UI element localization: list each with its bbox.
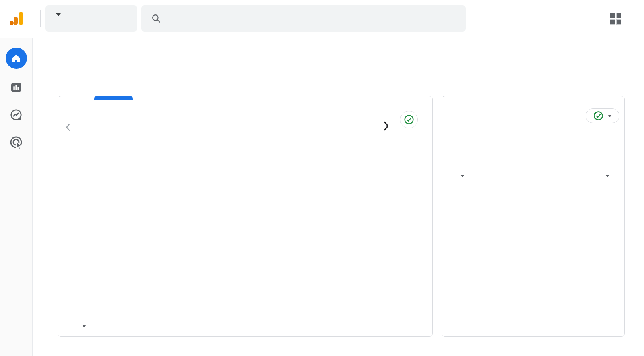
search-icon [151, 13, 161, 24]
google-analytics-logo-icon [8, 10, 25, 27]
prev-metrics-button[interactable] [64, 123, 72, 133]
realtime-card [442, 96, 625, 337]
sidebar-item-home[interactable] [6, 48, 27, 69]
explore-icon [9, 108, 23, 122]
sidebar-item-reports[interactable] [7, 79, 25, 96]
chevron-down-icon [82, 325, 86, 327]
check-circle-icon [404, 114, 414, 125]
realtime-card-header [442, 96, 624, 123]
realtime-status-button[interactable] [586, 108, 619, 123]
audience-table-header [457, 175, 609, 182]
next-metrics-button[interactable] [382, 121, 390, 132]
date-range-picker[interactable] [76, 325, 86, 327]
topbar [0, 0, 644, 37]
check-circle-icon [593, 111, 603, 121]
chevron-left-icon [64, 123, 72, 132]
sort-chevron-icon [460, 175, 464, 177]
audience-column-header[interactable] [457, 175, 464, 177]
sort-chevron-icon [605, 175, 609, 177]
advertising-icon [9, 135, 23, 149]
search-input[interactable] [169, 14, 456, 23]
sidebar-item-advertising[interactable] [7, 133, 25, 151]
users-line-chart[interactable] [76, 117, 421, 251]
apps-grid-icon[interactable] [610, 13, 621, 24]
home-icon [11, 53, 21, 64]
sidebar [0, 38, 33, 356]
data-quality-button[interactable] [400, 111, 418, 128]
reports-icon [10, 81, 23, 94]
users-chart-area [76, 117, 432, 253]
cards-row [58, 96, 625, 337]
metrics-carousel [58, 96, 432, 110]
search-bar[interactable] [141, 5, 466, 32]
users-column-header[interactable] [602, 175, 609, 177]
audience-table [457, 175, 609, 182]
account-switcher[interactable] [45, 5, 137, 32]
users-per-minute-chart[interactable] [457, 139, 609, 165]
sidebar-item-explore[interactable] [7, 106, 25, 124]
chevron-down-icon [56, 13, 61, 16]
topbar-divider [40, 10, 41, 27]
overview-card-footer [76, 325, 421, 327]
chevron-right-icon [382, 121, 390, 131]
overview-card [58, 96, 433, 337]
chevron-down-icon [608, 115, 612, 117]
analytics-logo[interactable] [8, 10, 30, 27]
